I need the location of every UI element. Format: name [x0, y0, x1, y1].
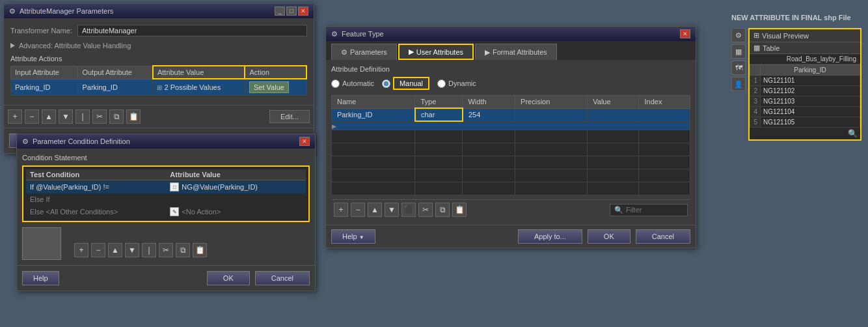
condition-toolbar: + − ▲ ▼ | ✂ ⧉ 📋: [72, 240, 210, 260]
visual-preview-box: ⊞ Visual Preview ▦ Table Road_Bus_layby_…: [748, 28, 861, 141]
tab-bar: ⚙ Parameters ▶ User Attributes ▶ Format …: [326, 41, 696, 60]
remove-row-button[interactable]: −: [25, 109, 39, 124]
cond-remove-button[interactable]: −: [91, 243, 105, 257]
tab-format-attributes[interactable]: ▶ Format Attributes: [475, 44, 557, 60]
tab-parameters-icon: ⚙: [341, 48, 347, 57]
ft-cancel-button[interactable]: Cancel: [636, 229, 690, 244]
preview-row: 5NG121105: [750, 117, 860, 128]
ft-ok-button[interactable]: OK: [588, 229, 631, 244]
ft-down-button[interactable]: ▼: [385, 203, 399, 217]
cond-ok-button[interactable]: OK: [207, 271, 250, 285]
preview-row: 3NG121103: [750, 96, 860, 107]
cell-action: Set Value: [245, 79, 306, 96]
cond-add-button[interactable]: +: [74, 243, 88, 257]
else-doc-icon: ✎: [170, 207, 179, 216]
cut-button[interactable]: ✂: [92, 109, 107, 124]
filter-input[interactable]: [626, 206, 685, 214]
side-icon-4[interactable]: 👤: [731, 77, 746, 91]
attr-manager-title: AttributeManager Parameters: [20, 7, 113, 15]
cond-down-button[interactable]: ▼: [125, 243, 139, 257]
radio-dynamic[interactable]: Dynamic: [437, 79, 476, 88]
cond-cancel-button[interactable]: Cancel: [255, 271, 310, 285]
if-value: □ NG@Value(Parking_ID): [166, 180, 306, 194]
move-down-button[interactable]: ▼: [59, 109, 73, 124]
tab-user-attributes-label: User Attributes: [416, 48, 463, 56]
separator-button[interactable]: |: [75, 109, 90, 124]
col-name: Name: [332, 96, 415, 109]
ft-help-button[interactable]: Help ▼: [331, 229, 375, 244]
else-value: ✎ <No Action>: [166, 205, 306, 218]
empty-row-4: [332, 169, 690, 182]
edit-button[interactable]: Edit...: [269, 110, 310, 123]
ft-copy-button[interactable]: ⧉: [435, 203, 450, 217]
if-row[interactable]: If @Value(Parking_ID) != □ NG@Value(Park…: [26, 180, 306, 194]
side-icon-3[interactable]: 🗺: [731, 61, 746, 75]
tab-user-attributes[interactable]: ▶ User Attributes: [398, 44, 474, 60]
feature-close-button[interactable]: ✕: [680, 29, 690, 38]
condition-title: Parameter Condition Definition: [33, 137, 130, 145]
side-icon-2[interactable]: ▦: [731, 44, 746, 59]
visual-preview-header: ⊞ Visual Preview: [750, 29, 860, 42]
cond-copy-button[interactable]: ⧉: [176, 243, 190, 257]
feature-toolbar: + − ▲ ▼ ⬛ ✂ ⧉ 📋 🔍: [331, 199, 690, 220]
advanced-label: Advanced: Attribute Value Handling: [19, 42, 131, 50]
tab-parameters[interactable]: ⚙ Parameters: [331, 44, 397, 60]
table-icon: ▦: [753, 44, 760, 52]
ft-up-button[interactable]: ▲: [368, 203, 382, 217]
cell-name: Parking_ID: [332, 108, 415, 121]
cond-paste-button[interactable]: 📋: [193, 243, 207, 257]
table-label: Table: [763, 44, 780, 52]
set-value-button[interactable]: Set Value: [249, 81, 289, 93]
preview-index-header: [750, 65, 761, 76]
col-attr-value-cond: Attribute Value: [166, 169, 306, 180]
radio-automatic[interactable]: Automatic: [331, 79, 374, 88]
radio-dynamic-input[interactable]: [437, 79, 446, 88]
tab-parameters-label: Parameters: [350, 48, 387, 56]
attr-table: Input Attribute Output Attribute Attribu…: [10, 65, 307, 96]
minimize-button[interactable]: _: [275, 7, 285, 16]
preview-col-header: Parking_ID: [761, 65, 860, 76]
cond-up-button[interactable]: ▲: [108, 243, 122, 257]
cond-sep-button[interactable]: |: [142, 243, 156, 257]
else-if-label: Else If: [26, 193, 166, 205]
preview-row-index: 3: [750, 96, 761, 107]
radio-manual-input[interactable]: [382, 79, 390, 88]
copy-button[interactable]: ⧉: [109, 109, 124, 124]
ft-cut-button[interactable]: ✂: [418, 203, 433, 217]
condition-icon: ⚙: [22, 137, 29, 146]
preview-zoom-row: 🔍: [750, 128, 860, 139]
else-if-value: [166, 193, 306, 205]
ft-apply-button[interactable]: Apply to...: [518, 229, 582, 244]
col-output-attr: Output Attribute: [78, 66, 153, 79]
empty-row-1: [332, 130, 690, 143]
condition-window: ⚙ Parameter Condition Definition ✕ Condi…: [16, 134, 316, 291]
attr-manager-titlebar: ⚙ AttributeManager Parameters _ □ ✕: [4, 4, 314, 18]
cond-cut-button[interactable]: ✂: [159, 243, 173, 257]
ft-add-button[interactable]: +: [334, 203, 348, 217]
preview-row-index: 4: [750, 107, 761, 117]
radio-automatic-input[interactable]: [331, 79, 340, 88]
grid-icon: ⊞: [157, 84, 162, 91]
move-up-button[interactable]: ▲: [42, 109, 56, 124]
maximize-button[interactable]: □: [286, 7, 297, 16]
empty-row-5: [332, 182, 690, 195]
add-row-button[interactable]: +: [8, 109, 22, 124]
radio-dynamic-label: Dynamic: [448, 79, 476, 87]
zoom-icon: 🔍: [848, 129, 858, 138]
radio-manual[interactable]: Manual: [382, 77, 429, 90]
table-row[interactable]: Parking_ID Parking_ID ⊞ 2 Possible Value…: [11, 79, 307, 96]
preview-row-index: 1: [750, 76, 761, 86]
feature-table-row[interactable]: Parking_ID char 254: [332, 108, 690, 121]
attr-manager-icon: ⚙: [9, 7, 16, 16]
ft-align-button[interactable]: ⬛: [401, 203, 416, 217]
condition-close-button[interactable]: ✕: [299, 137, 310, 146]
cond-help-button[interactable]: Help: [22, 271, 59, 285]
preview-row: 1NG121101: [750, 76, 860, 86]
cell-index: [639, 108, 690, 121]
ft-remove-button[interactable]: −: [351, 203, 365, 217]
paste-button[interactable]: 📋: [126, 109, 141, 124]
close-button[interactable]: ✕: [298, 7, 308, 16]
ft-paste-button[interactable]: 📋: [452, 203, 467, 217]
side-icon-1[interactable]: ⚙: [731, 28, 746, 42]
filter-input-wrapper[interactable]: 🔍: [610, 204, 688, 216]
